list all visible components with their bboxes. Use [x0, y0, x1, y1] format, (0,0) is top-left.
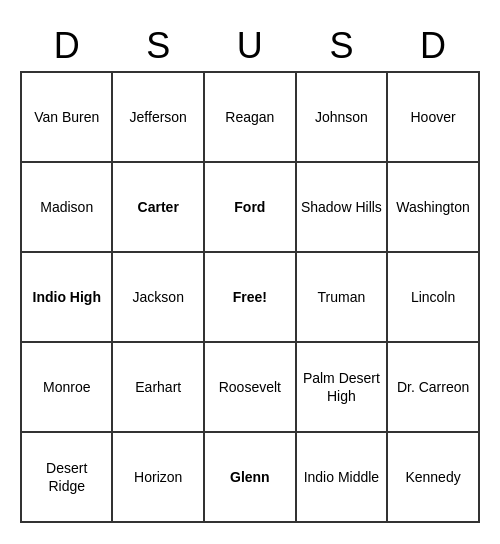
- table-cell: Glenn: [204, 432, 296, 522]
- table-cell: Shadow Hills: [296, 162, 387, 252]
- header-cell: S: [112, 21, 204, 72]
- table-cell: Washington: [387, 162, 479, 252]
- header-cell: D: [21, 21, 112, 72]
- table-cell: Indio High: [21, 252, 112, 342]
- table-cell: Reagan: [204, 72, 296, 162]
- table-cell: Johnson: [296, 72, 387, 162]
- table-cell: Lincoln: [387, 252, 479, 342]
- table-cell: Van Buren: [21, 72, 112, 162]
- bingo-card: DSUSD Van BurenJeffersonReaganJohnsonHoo…: [20, 21, 480, 523]
- table-cell: Kennedy: [387, 432, 479, 522]
- table-cell: Roosevelt: [204, 342, 296, 432]
- table-cell: Horizon: [112, 432, 204, 522]
- table-cell: Ford: [204, 162, 296, 252]
- table-cell: Indio Middle: [296, 432, 387, 522]
- table-row: MonroeEarhartRooseveltPalm Desert HighDr…: [21, 342, 479, 432]
- header-cell: D: [387, 21, 479, 72]
- table-cell: Jackson: [112, 252, 204, 342]
- table-cell: Jefferson: [112, 72, 204, 162]
- header-row: DSUSD: [21, 21, 479, 72]
- table-cell: Truman: [296, 252, 387, 342]
- table-cell: Dr. Carreon: [387, 342, 479, 432]
- header-cell: U: [204, 21, 296, 72]
- table-cell: Free!: [204, 252, 296, 342]
- table-cell: Palm Desert High: [296, 342, 387, 432]
- table-row: Indio HighJacksonFree!TrumanLincoln: [21, 252, 479, 342]
- table-row: MadisonCarterFordShadow HillsWashington: [21, 162, 479, 252]
- table-cell: Hoover: [387, 72, 479, 162]
- header-cell: S: [296, 21, 387, 72]
- table-cell: Carter: [112, 162, 204, 252]
- table-row: Van BurenJeffersonReaganJohnsonHoover: [21, 72, 479, 162]
- table-cell: Madison: [21, 162, 112, 252]
- table-row: Desert RidgeHorizonGlennIndio MiddleKenn…: [21, 432, 479, 522]
- table-cell: Desert Ridge: [21, 432, 112, 522]
- table-cell: Monroe: [21, 342, 112, 432]
- table-cell: Earhart: [112, 342, 204, 432]
